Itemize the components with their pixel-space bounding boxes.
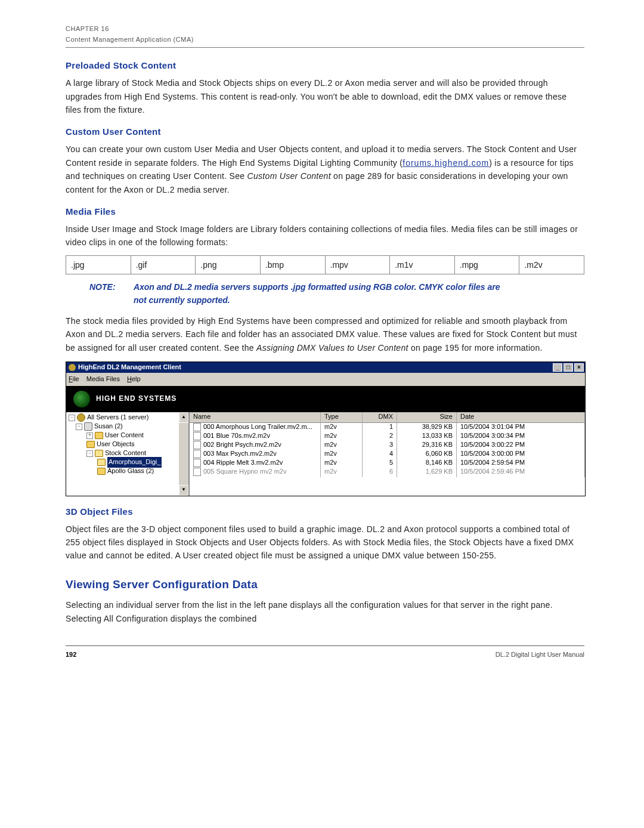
collapse-icon[interactable]: - [76, 424, 82, 430]
col-dmx[interactable]: DMX [363, 412, 397, 422]
file-icon [193, 459, 201, 467]
fmt-cell: .mpv [325, 255, 390, 274]
menubar: File Media Files Help [66, 373, 585, 386]
menu-help[interactable]: Help [127, 374, 141, 385]
cell-name: 003 Max Psych.mv2.m2v [203, 450, 277, 457]
scroll-up-icon[interactable]: ▲ [179, 412, 188, 423]
folder-open-icon [97, 459, 106, 466]
heading-3d-object: 3D Object Files [66, 505, 584, 519]
link-forums[interactable]: forums.highend.com [402, 158, 489, 168]
globe-icon [77, 413, 85, 422]
cell-dmx: 6 [363, 466, 397, 477]
ref-assigning-dmx: Assigning DMX Values to User Content [256, 343, 408, 353]
formats-table: .jpg .gif .png .bmp .mpv .m1v .mpg .m2v [66, 255, 584, 274]
para-viewing-server: Selecting an individual server from the … [66, 598, 584, 625]
cell-name: 004 Ripple Melt 3.mv2.m2v [203, 459, 283, 466]
fmt-cell: .gif [131, 255, 196, 274]
app-window: HighEnd DL2 Management Client _ □ × File… [66, 362, 586, 496]
ref-custom-user-content: Custom User Content [247, 171, 331, 181]
tree-pane: - All Servers (1 server) - Susan (2) + U… [66, 412, 190, 496]
heading-preloaded: Preloaded Stock Content [66, 58, 584, 73]
tree-scrollbar[interactable]: ▲ ▼ [179, 412, 188, 496]
cell-date: 10/5/2004 2:59:46 PM [457, 466, 585, 477]
brand-text: HIGH END SYSTEMS [96, 393, 177, 404]
tree-apollo[interactable]: Apollo Glass (2) [66, 467, 188, 476]
collapse-icon[interactable]: - [69, 415, 75, 421]
folder-icon [95, 432, 103, 439]
fmt-cell: .bmp [260, 255, 325, 274]
cell-type: m2v [321, 466, 363, 477]
brand-logo-icon [73, 391, 90, 407]
tree-apollo-label: Apollo Glass (2) [107, 466, 154, 477]
fmt-cell: .m2v [519, 255, 584, 274]
col-size[interactable]: Size [397, 412, 457, 422]
server-icon [84, 422, 92, 431]
file-icon [193, 441, 201, 449]
page-footer: 192 DL.2 Digital Light User Manual [66, 645, 584, 660]
cell-name: 005 Square Hypno mv2 m2v [203, 468, 286, 475]
note-block: NOTE: Axon and DL.2 media servers suppor… [89, 280, 584, 307]
page-number: 192 [66, 650, 76, 660]
folder-icon [97, 468, 106, 475]
para-media-1: Inside User Image and Stock Image folder… [66, 223, 584, 249]
file-icon [193, 450, 201, 458]
fmt-cell: .mpg [454, 255, 519, 274]
brand-bar: HIGH END SYSTEMS [66, 386, 585, 412]
col-type[interactable]: Type [321, 412, 363, 422]
fmt-cell: .png [196, 255, 261, 274]
col-name[interactable]: Name [190, 412, 321, 422]
col-date[interactable]: Date [457, 412, 585, 422]
scroll-down-icon[interactable]: ▼ [179, 485, 188, 496]
heading-custom: Custom User Content [66, 125, 584, 139]
cell-size: 1,629 KB [397, 466, 457, 477]
window-title: HighEnd DL2 Management Client [78, 362, 181, 373]
maximize-button[interactable]: □ [564, 363, 573, 372]
header-rule [66, 47, 584, 48]
minimize-button[interactable]: _ [553, 363, 562, 372]
list-item[interactable]: 005 Square Hypno mv2 m2v m2v 6 1,629 KB … [190, 468, 585, 477]
folder-icon [86, 441, 95, 448]
list-header[interactable]: Name Type DMX Size Date [190, 412, 585, 423]
folder-open-icon [95, 450, 103, 457]
file-icon [193, 468, 201, 476]
note-body: Axon and DL.2 media servers supports .jp… [134, 280, 503, 307]
tree-root[interactable]: - All Servers (1 server) [66, 413, 188, 422]
menu-file[interactable]: File [69, 374, 79, 385]
para-media-2b: on page 195 for more information. [408, 343, 543, 353]
file-list-pane: Name Type DMX Size Date 000 Amorphous Lo… [190, 412, 585, 496]
chapter-label: CHAPTER 16 [66, 24, 584, 35]
note-label: NOTE: [89, 280, 131, 293]
close-button[interactable]: × [574, 363, 584, 372]
section-label: Content Management Application (CMA) [66, 35, 584, 45]
para-preloaded: A large library of Stock Media and Stock… [66, 76, 584, 116]
para-3d-object: Object files are the 3-D object componen… [66, 523, 584, 563]
menu-media-files[interactable]: Media Files [86, 374, 120, 385]
file-icon [193, 423, 201, 431]
cell-name: 001 Blue 70s.mv2.m2v [203, 432, 270, 439]
titlebar[interactable]: HighEnd DL2 Management Client _ □ × [66, 362, 585, 373]
para-media-2: The stock media files provided by High E… [66, 314, 584, 354]
para-custom: You can create your own custom User Medi… [66, 143, 584, 196]
app-icon [69, 364, 76, 371]
heading-viewing-server: Viewing Server Configuration Data [66, 576, 584, 594]
expand-icon[interactable]: + [86, 432, 93, 439]
fmt-cell: .jpg [66, 255, 131, 274]
fmt-cell: .m1v [390, 255, 455, 274]
collapse-icon[interactable]: - [86, 450, 93, 457]
file-icon [193, 432, 201, 440]
manual-title: DL.2 Digital Light User Manual [496, 650, 584, 660]
heading-media-files: Media Files [66, 205, 584, 219]
cell-name: 000 Amorphous Long Trailer.mv2.m... [203, 423, 312, 430]
cell-name: 002 Bright Psych.mv2.m2v [203, 441, 281, 448]
